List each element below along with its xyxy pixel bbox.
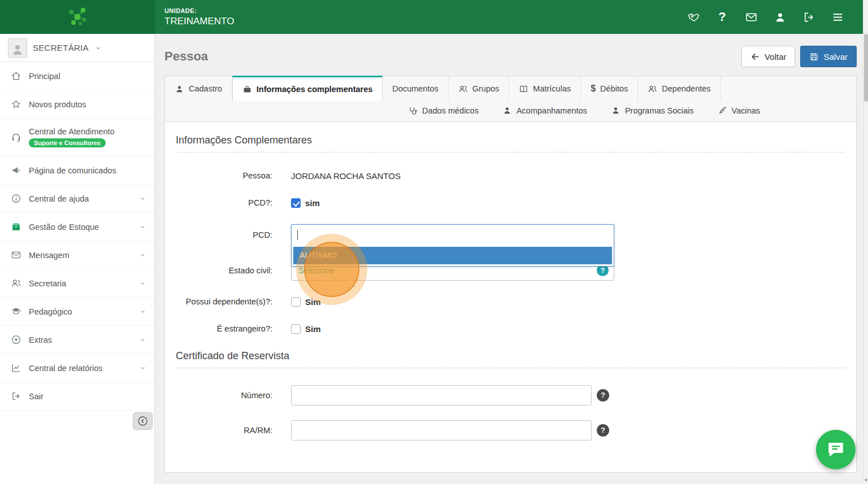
tab-grupos[interactable]: Grupos bbox=[449, 76, 510, 101]
pcd-search-input[interactable] bbox=[292, 225, 614, 245]
headset-icon bbox=[11, 132, 21, 143]
sidebar-item-gestao-estoque[interactable]: Gestão de Estoque bbox=[0, 213, 154, 241]
sidebar-item-central-ajuda[interactable]: Central de ajuda bbox=[0, 185, 154, 213]
sidebar-item-label: Gestão de Estoque bbox=[29, 223, 99, 232]
pessoa-value: JORDANA ROCHA SANTOS bbox=[291, 171, 401, 181]
collapse-left-icon bbox=[137, 415, 149, 427]
menu-icon[interactable] bbox=[831, 10, 844, 24]
pcd-checkbox[interactable] bbox=[291, 198, 301, 208]
mail-icon bbox=[11, 250, 21, 260]
home-icon bbox=[11, 71, 21, 81]
tab-programas-sociais[interactable]: Programas Sociais bbox=[611, 106, 694, 115]
save-icon bbox=[809, 52, 819, 62]
sidebar-item-central-relatorios[interactable]: Central de relatórios bbox=[0, 354, 154, 382]
rarm-input[interactable] bbox=[291, 420, 592, 441]
sidebar-item-central-atendimento[interactable]: Central de Atendimento Suporte e Consult… bbox=[0, 119, 154, 156]
dependentes-label: Possui dependente(s)?: bbox=[176, 295, 272, 308]
rarm-help-icon[interactable]: ? bbox=[597, 424, 609, 437]
pcd-options-list: AUTISMO bbox=[292, 245, 614, 266]
pcd-flag-row: PCD?: sim bbox=[176, 197, 845, 209]
rarm-row: RA/RM: ? bbox=[176, 420, 845, 441]
tab-vacinas[interactable]: Vacinas bbox=[718, 106, 761, 115]
estrangeiro-row: É estrangeiro?: Sim bbox=[176, 322, 845, 335]
scrollbar-thumb[interactable] bbox=[864, 34, 868, 102]
page-title: Pessoa bbox=[164, 49, 208, 64]
book-icon bbox=[519, 84, 528, 94]
save-button-label: Salvar bbox=[823, 52, 848, 62]
teacher-icon bbox=[11, 306, 21, 317]
dependentes-checkbox-label: Sim bbox=[305, 297, 321, 307]
dependentes-checkbox[interactable] bbox=[291, 297, 301, 307]
sidebar-item-pedagogico[interactable]: Pedagógico bbox=[0, 298, 154, 326]
sidebar-item-label: Principal bbox=[29, 72, 60, 81]
tab-acompanhamentos[interactable]: Acompanhamentos bbox=[502, 106, 587, 115]
chevron-down-icon bbox=[139, 308, 146, 315]
sidebar-collapse-button[interactable] bbox=[133, 412, 153, 430]
pcd-row: PCD: AUTISMO bbox=[176, 224, 845, 246]
sidebar-item-principal[interactable]: Principal bbox=[0, 62, 154, 90]
megaphone-icon bbox=[11, 165, 21, 176]
sidebar-item-label: Secretaria bbox=[29, 279, 66, 288]
user-icon[interactable] bbox=[773, 10, 787, 24]
save-button[interactable]: Salvar bbox=[800, 46, 857, 67]
numero-help-icon[interactable]: ? bbox=[597, 389, 609, 402]
sidebar-item-pagina-comunicados[interactable]: Página de comunicados bbox=[0, 156, 154, 185]
tab-documentos[interactable]: Documentos bbox=[383, 76, 448, 101]
estrangeiro-label: É estrangeiro?: bbox=[176, 322, 272, 335]
sidebar: SECRETÁRIA Principal Novos produtos Cent… bbox=[0, 34, 155, 484]
help-icon[interactable]: ? bbox=[715, 10, 729, 24]
stethoscope-icon bbox=[408, 106, 418, 115]
section-divider bbox=[176, 368, 845, 368]
arrow-left-icon bbox=[750, 52, 760, 62]
estrangeiro-checkbox-label: Sim bbox=[305, 324, 321, 334]
tab-matriculas[interactable]: Matrículas bbox=[509, 76, 581, 101]
sidebar-item-mensagem[interactable]: Mensagem bbox=[0, 241, 154, 269]
sidebar-item-extras[interactable]: Extras bbox=[0, 326, 154, 354]
handshake-icon[interactable] bbox=[687, 10, 700, 24]
chat-icon bbox=[826, 439, 846, 460]
numero-label: Número: bbox=[176, 389, 272, 402]
text-caret bbox=[297, 230, 298, 240]
chat-button[interactable] bbox=[816, 430, 856, 469]
estrangeiro-checkbox[interactable] bbox=[291, 324, 301, 334]
section-title-informacoes: Informações Complementares bbox=[176, 134, 845, 146]
sidebar-item-novos-produtos[interactable]: Novos produtos bbox=[0, 90, 154, 119]
sidebar-item-label: Central de Atendimento bbox=[29, 127, 115, 136]
pcd-flag-label: PCD?: bbox=[176, 197, 272, 209]
back-button[interactable]: Voltar bbox=[741, 46, 795, 67]
sidebar-item-label: Extras bbox=[29, 335, 52, 345]
tab-dados-medicos[interactable]: Dados médicos bbox=[408, 106, 479, 115]
pcd-select[interactable]: AUTISMO bbox=[291, 224, 614, 246]
topbar: UNIDADE: TREINAMENTO ? bbox=[0, 0, 868, 34]
pcd-dropdown: AUTISMO bbox=[291, 224, 614, 267]
pcd-label: PCD: bbox=[176, 229, 272, 241]
scrollbar-down-arrow[interactable]: ▼ bbox=[863, 478, 868, 483]
sidebar-item-sair[interactable]: Sair bbox=[0, 382, 154, 411]
sidebar-user-menu[interactable]: SECRETÁRIA bbox=[0, 34, 154, 62]
mail-icon[interactable] bbox=[744, 10, 758, 24]
estado-civil-value: Selecione bbox=[298, 266, 335, 275]
tab-dependentes[interactable]: Dependentes bbox=[638, 76, 721, 101]
unit-label: UNIDADE: bbox=[164, 7, 234, 14]
numero-input[interactable] bbox=[291, 385, 592, 405]
section-divider bbox=[176, 152, 845, 152]
numero-row: Número: ? bbox=[176, 385, 845, 405]
logout-icon[interactable] bbox=[802, 10, 815, 24]
users-icon bbox=[648, 84, 657, 94]
sidebar-item-label: Novos produtos bbox=[29, 100, 86, 109]
sidebar-item-label: Página de comunicados bbox=[29, 166, 116, 175]
pcd-option-autismo[interactable]: AUTISMO bbox=[293, 247, 612, 264]
chevron-down-icon bbox=[94, 44, 102, 52]
app-logo[interactable] bbox=[0, 0, 155, 34]
chevron-down-icon bbox=[139, 195, 146, 202]
chevron-down-icon bbox=[139, 251, 146, 259]
tab-cadastro[interactable]: Cadastro bbox=[165, 76, 232, 101]
chevron-down-icon bbox=[139, 280, 146, 287]
sidebar-item-label: Central de relatórios bbox=[29, 364, 103, 373]
scrollbar: ▼ bbox=[863, 0, 868, 484]
tab-debitos[interactable]: $ Débitos bbox=[581, 76, 638, 101]
tab-informacoes-complementares[interactable]: Informações complementares bbox=[232, 76, 383, 101]
sidebar-item-secretaria[interactable]: Secretaria bbox=[0, 269, 154, 298]
rarm-label: RA/RM: bbox=[176, 424, 272, 437]
unit-info: UNIDADE: TREINAMENTO bbox=[164, 7, 234, 27]
